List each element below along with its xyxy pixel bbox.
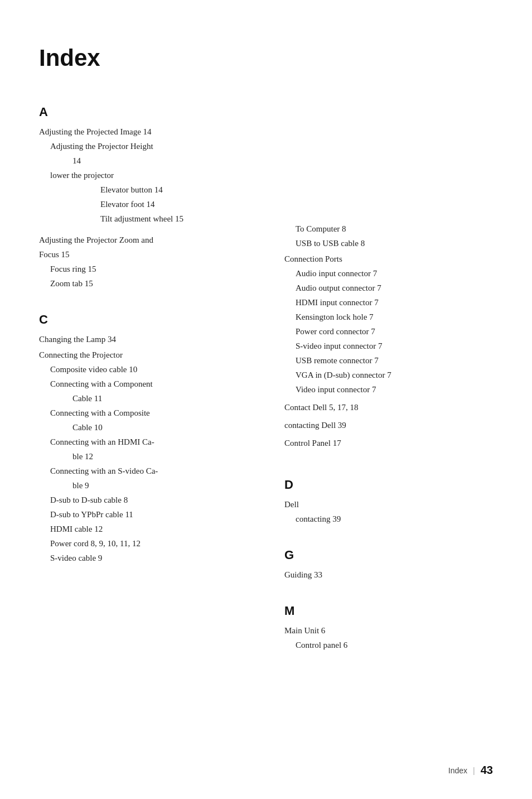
list-item: Tilt adjustment wheel 15 (39, 212, 251, 225)
list-item: Connecting with an HDMI Ca- (39, 435, 251, 449)
list-item: ble 9 (39, 479, 251, 492)
section-letter-c: C (39, 312, 251, 327)
list-item: Connecting with a Composite (39, 406, 251, 420)
section-m: M Main Unit 6 Control panel 6 (284, 604, 493, 652)
page-title: Index (39, 45, 493, 71)
list-item: Adjusting the Projected Image 14 (39, 125, 251, 138)
list-item: Dell (284, 498, 493, 511)
list-item: D-sub to D-sub cable 8 (39, 493, 251, 507)
list-item: Power cord connector 7 (284, 325, 493, 338)
list-item: Cable 10 (39, 421, 251, 434)
list-item: HDMI cable 12 (39, 522, 251, 536)
footer: Index | 43 (448, 764, 493, 777)
list-item: USB remote connector 7 (284, 354, 493, 367)
section-c: C Changing the Lamp 34 Connecting the Pr… (39, 312, 251, 565)
list-item: Composite video cable 10 (39, 363, 251, 376)
list-item: D-sub to YPbPr cable 11 (39, 508, 251, 521)
list-item: Kensington lock hole 7 (284, 310, 493, 324)
list-item: Focus ring 15 (39, 262, 251, 276)
list-item: Adjusting the Projector Height (39, 139, 251, 153)
list-item: Focus 15 (39, 248, 251, 261)
list-item: lower the projector (39, 169, 251, 182)
section-letter-g: G (284, 548, 493, 562)
list-item: Control panel 6 (284, 638, 493, 652)
section-c-entries: Changing the Lamp 34 Connecting the Proj… (39, 333, 251, 565)
list-item: Main Unit 6 (284, 624, 493, 637)
list-item: Guiding 33 (284, 568, 493, 581)
left-column: A Adjusting the Projected Image 14 Adjus… (39, 105, 251, 587)
list-item: Connecting with a Component (39, 377, 251, 391)
list-item: VGA in (D-sub) connector 7 (284, 368, 493, 382)
list-item: Connection Ports (284, 252, 493, 266)
list-item: Cable 11 (39, 392, 251, 405)
list-item: 14 (39, 154, 251, 167)
list-item: Audio output connector 7 (284, 281, 493, 295)
list-item: USB to USB cable 8 (284, 237, 493, 250)
footer-pipe: | (473, 766, 475, 775)
list-item: contacting 39 (284, 512, 493, 526)
section-d-entries: Dell contacting 39 (284, 498, 493, 526)
section-g: G Guiding 33 (284, 548, 493, 581)
list-item: Audio input connector 7 (284, 267, 493, 280)
list-item: To Computer 8 (284, 222, 493, 235)
section-a: A Adjusting the Projected Image 14 Adjus… (39, 105, 251, 290)
list-item: Power cord 8, 9, 10, 11, 12 (39, 537, 251, 550)
list-item: HDMI input connector 7 (284, 296, 493, 309)
list-item: Control Panel 17 (284, 436, 493, 450)
list-item: ble 12 (39, 450, 251, 463)
section-a-entries: Adjusting the Projected Image 14 Adjusti… (39, 125, 251, 225)
list-item: Zoom tab 15 (39, 277, 251, 290)
list-item: Connecting the Projector (39, 348, 251, 362)
section-g-entries: Guiding 33 (284, 568, 493, 581)
list-item: Adjusting the Projector Zoom and (39, 233, 251, 247)
list-item: Changing the Lamp 34 (39, 333, 251, 346)
footer-label: Index (448, 766, 467, 775)
section-letter-a: A (39, 105, 251, 119)
right-column: To Computer 8 USB to USB cable 8 Connect… (284, 105, 493, 674)
list-item: contacting Dell 39 (284, 418, 493, 432)
section-c-right: To Computer 8 USB to USB cable 8 Connect… (284, 222, 493, 450)
section-letter-m: M (284, 604, 493, 618)
list-item: Elevator button 14 (39, 183, 251, 196)
section-a-zoom: Adjusting the Projector Zoom and Focus 1… (39, 233, 251, 290)
list-item: S-video cable 9 (39, 551, 251, 565)
footer-page-number: 43 (481, 764, 493, 777)
list-item: Connecting with an S-video Ca- (39, 464, 251, 478)
section-letter-d: D (284, 478, 493, 492)
section-d: D Dell contacting 39 (284, 478, 493, 526)
section-c-right-entries: To Computer 8 USB to USB cable 8 Connect… (284, 222, 493, 450)
section-m-entries: Main Unit 6 Control panel 6 (284, 624, 493, 652)
two-column-layout: A Adjusting the Projected Image 14 Adjus… (39, 105, 493, 674)
list-item: Elevator foot 14 (39, 198, 251, 211)
list-item: Contact Dell 5, 17, 18 (284, 401, 493, 414)
page: Index A Adjusting the Projected Image 14… (0, 0, 532, 799)
list-item: S-video input connector 7 (284, 339, 493, 353)
list-item: Video input connector 7 (284, 383, 493, 396)
